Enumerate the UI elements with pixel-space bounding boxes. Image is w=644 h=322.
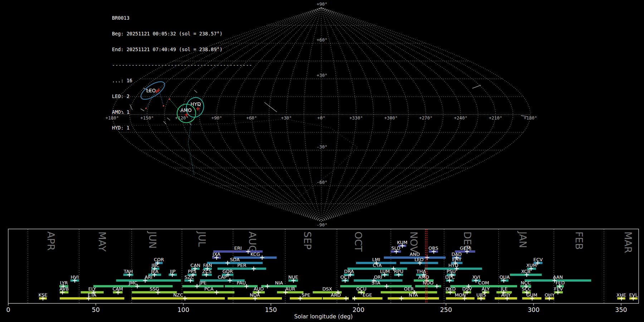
meteor-station-screen: +90°+60°+30°-30°-60°-90°+180°+150°+120°+… (0, 0, 644, 322)
shower-label: SSG (150, 286, 159, 292)
shower-label: PAU (236, 280, 245, 286)
shower-label: ARI (145, 274, 152, 280)
shower-bar (352, 297, 382, 299)
shower-label: OCT (340, 274, 350, 280)
lon-label: +210° (489, 115, 502, 121)
shower-bar (93, 285, 173, 287)
count-hyd: HYD: 1 (112, 125, 253, 131)
shower-label: XHE (616, 292, 626, 298)
month-label: OCT (353, 231, 364, 252)
shower-label: OHY (545, 292, 555, 298)
shower-label: THA (416, 269, 426, 274)
shower-label: PSU (447, 269, 456, 274)
separator-line: ----------------------------------------… (112, 63, 253, 68)
shower-label: SLD (391, 245, 401, 251)
month-label: FEB (574, 231, 585, 250)
shower-label: ALY (482, 286, 489, 292)
shower-nue: NUE (288, 274, 298, 283)
shower-label: CTA (373, 263, 382, 268)
shower-label: LEO (414, 257, 424, 262)
shower-label: HYD (448, 263, 458, 268)
shower-label: GEM (460, 245, 470, 251)
shower-label: SDA (230, 257, 240, 262)
shower-label: FAN (203, 263, 212, 268)
shower-label: DAD (452, 252, 462, 257)
shower-bar (340, 285, 412, 287)
shower-szc: SZC (184, 274, 194, 283)
shower-label: JEA (151, 269, 158, 274)
month-label: JUL (196, 231, 208, 247)
shower-bar (234, 257, 277, 259)
x-tick-label: 200 (352, 306, 364, 313)
shower-label: GDR (223, 269, 233, 274)
shower-zcs: ZCS (202, 269, 212, 277)
shower-label: FEV (554, 286, 563, 292)
shower-bar (277, 291, 303, 293)
shower-label: PPS (188, 269, 196, 274)
shower-bar (116, 279, 181, 282)
session-end: End: 20251121 07:40:49 (sol = 238.89°) (112, 47, 253, 52)
shower-label: XVI (472, 274, 480, 280)
shower-kse: KSE (38, 292, 47, 301)
shower-label: DSX (322, 286, 332, 292)
shower-xcb: XCB (510, 269, 542, 277)
x-tick-label: 250 (440, 306, 452, 313)
month-label: APR (45, 231, 57, 251)
shower-label: HVI (70, 274, 79, 280)
shower-label: PER (237, 263, 246, 268)
shower-bar (446, 297, 475, 299)
shower-label: JPE (199, 280, 206, 286)
shower-fev: FEV (554, 286, 563, 295)
shower-ege: EGE (352, 292, 382, 301)
shower-label: CAN (190, 263, 200, 268)
shower-label: XCB (521, 269, 531, 274)
shower-label: SCC (522, 286, 531, 292)
x-tick-label: 150 (265, 306, 277, 313)
shower-label: NDA (250, 292, 260, 298)
shower-label: EGE (363, 292, 372, 298)
shower-label: NOO (423, 280, 434, 286)
shower-label: NIA (275, 280, 283, 286)
shower-avb: AVB (59, 286, 69, 295)
shower-label: AAN (553, 274, 563, 280)
shower-label: AND (410, 252, 420, 257)
shower-label: DRA (344, 269, 354, 274)
shower-label: DSV (462, 286, 472, 292)
lon-label: +30° (281, 115, 292, 121)
shower-jxa: JXA (212, 252, 221, 260)
shower-bar (60, 297, 125, 299)
shower-label: JXA (212, 252, 220, 257)
shower-label: NTA (409, 292, 418, 298)
month-label: JUN (147, 231, 158, 249)
x-tick-label: 50 (92, 306, 100, 313)
map-outline (321, 8, 531, 221)
shower-label: NZC (173, 292, 183, 298)
shower-label: ARD (331, 292, 341, 298)
lon-label: +300° (384, 115, 398, 121)
shower-bar (290, 297, 322, 299)
shower-label: ELY (88, 286, 96, 292)
station-id: BR0013 (112, 15, 253, 21)
month-label: JAN (517, 231, 528, 248)
shower-label: JLE (500, 286, 507, 292)
shower-label: OER (404, 286, 414, 292)
month-label: NOV (408, 231, 419, 253)
shower-label: LUM (380, 269, 390, 274)
session-info-panel: BR0013 Beg: 20251121 00:05:32 (sol = 238… (112, 5, 253, 141)
shower-oct: OCT (340, 274, 350, 283)
lat-label: -30° (317, 144, 327, 150)
count-leo: LEO: 2 (112, 94, 253, 99)
shower-evl: EVL (629, 292, 638, 301)
session-begin: Beg: 20251121 00:05:32 (sol = 238.57°) (112, 31, 253, 36)
shower-label: KUM (397, 240, 408, 245)
shower-label: ETA (88, 292, 96, 298)
plots-canvas: +90°+60°+30°-30°-60°-90°+180°+150°+120°+… (0, 0, 644, 322)
shower-bar (182, 285, 224, 287)
shower-ohy: OHY (545, 292, 555, 301)
shower-bar (132, 291, 177, 293)
shower-label: ECV (533, 257, 543, 262)
shower-label: FED (556, 280, 565, 286)
shower-label: CAM (113, 286, 123, 292)
shower-label: SPE (302, 292, 310, 298)
shower-label: OCU (356, 286, 367, 292)
